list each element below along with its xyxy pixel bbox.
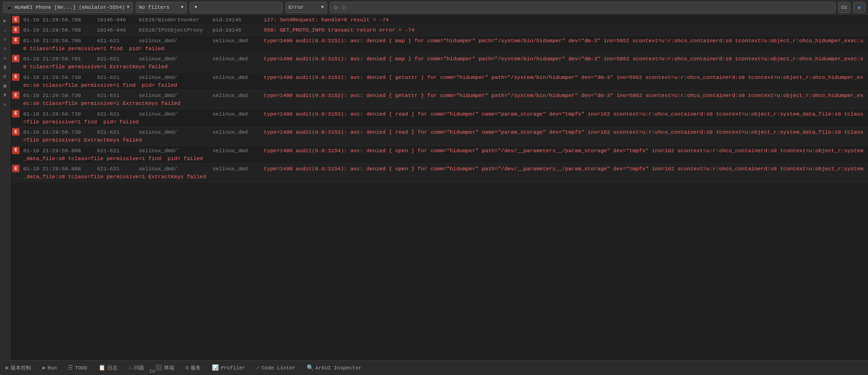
log-level-badge: E	[12, 128, 20, 136]
cc-label: Cc	[841, 5, 847, 10]
sidebar-icon-6[interactable]: ⚙	[1, 72, 9, 81]
log-line: 01-19 21:29:58.739 621-621 selinux_dmd/ …	[21, 72, 868, 91]
log-line: 01-19 21:29:58.708 16146-946 01510/IPCOb…	[21, 25, 868, 35]
log-meta: 01-19 21:29:58.739 621-621 selinux_dmd/ …	[23, 92, 264, 98]
log-line: 01-19 21:29:58.808 621-621 selinux_dmd/ …	[21, 164, 868, 182]
arkui-inspector-label: ArkUI Inspector	[316, 365, 362, 371]
version-control-label: 版本控制	[11, 364, 31, 371]
phone-icon: 📱	[6, 4, 13, 10]
log-meta: 01-19 21:29:58.808 621-621 selinux_dmd/ …	[23, 166, 264, 172]
empty-filter-chevron: ▼	[195, 5, 197, 10]
code-linter-icon: ✓	[256, 364, 260, 371]
run-icon: ▶	[42, 364, 46, 371]
log-meta: 01-19 21:29:58.708 16146-946 01510/Binde…	[23, 17, 264, 23]
log-meta: 01-19 21:29:58.701 621-621 selinux_dmd/ …	[23, 56, 264, 62]
device-dropdown-chevron: ▼	[127, 5, 130, 10]
log-level-badge: E	[12, 91, 20, 99]
todo-label: TODO	[75, 365, 87, 371]
code-linter-label: Code Linter	[262, 365, 296, 371]
level-selector[interactable]: Error ▼	[285, 2, 327, 13]
status-log[interactable]: 📋 日志	[97, 363, 119, 372]
filter-selector[interactable]: No filters ▼	[136, 2, 187, 13]
log-line: 01-19 21:29:58.739 621-621 selinux_dmd/ …	[21, 91, 868, 109]
device-name: HUAWEI Phone [Ne...] (emulator-5554)	[14, 5, 125, 10]
left-sidebar: ▶ ⚠ ⬇ ⬆ ↻ 🗑 ⚙ ▣ ▼ ✕	[0, 15, 10, 360]
sidebar-icon-2[interactable]: ⬇	[1, 35, 9, 44]
log-line: 01-19 21:29:58.739 621-621 selinux_dmd/ …	[21, 127, 868, 145]
sidebar-icon-4[interactable]: ↻	[1, 54, 9, 62]
log-meta: 01-19 21:29:58.808 621-621 selinux_dmd/ …	[23, 148, 264, 154]
issues-icon: ⚠	[129, 364, 132, 371]
profiler-icon: 📊	[212, 364, 219, 371]
log-container[interactable]: E01-19 21:29:58.708 16146-946 01510/Bind…	[10, 15, 868, 360]
ie-label: Ie	[149, 369, 155, 374]
status-todo[interactable]: ☰ TODO	[66, 363, 89, 372]
profiler-label: Profiler	[221, 365, 245, 371]
empty-filter-selector[interactable]: ▼	[190, 2, 283, 13]
filter-chevron: ▼	[181, 5, 183, 10]
log-meta: 01-19 21:29:58.700 621-621 selinux_dmd/ …	[23, 38, 264, 44]
sidebar-icon-3[interactable]: ⬆	[1, 45, 9, 53]
status-services[interactable]: ⚙ 服务	[184, 363, 203, 372]
sidebar-icon-8[interactable]: ▼	[1, 91, 9, 99]
status-arkui-inspector[interactable]: 🔍 ArkUI Inspector	[305, 363, 363, 372]
log-label: 日志	[107, 364, 118, 371]
services-icon: ⚙	[185, 364, 189, 371]
filter-label: No filters	[139, 5, 179, 10]
status-issues[interactable]: ⚠ 问题	[127, 363, 146, 372]
table-row: E01-19 21:29:58.708 16146-946 01510/IPCO…	[10, 25, 868, 35]
log-level-badge: E	[12, 16, 20, 23]
star-button[interactable]: ★	[853, 2, 865, 13]
log-level-badge: E	[12, 110, 20, 117]
log-line: 01-19 21:29:58.739 621-621 selinux_dmd/ …	[21, 109, 868, 127]
table-row: E01-19 21:29:58.808 621-621 selinux_dmd/…	[10, 164, 868, 182]
version-control-icon: ▶	[6, 364, 9, 371]
log-level-badge: E	[12, 37, 20, 44]
log-line: 01-19 21:29:58.808 621-621 selinux_dmd/ …	[21, 146, 868, 164]
log-level-badge: E	[12, 165, 20, 172]
log-line: 01-19 21:29:58.701 621-621 selinux_dmd/ …	[21, 54, 868, 72]
sidebar-icon-7[interactable]: ▣	[1, 82, 9, 90]
log-level-badge: E	[12, 26, 20, 33]
log-message: 127: SendRequest: handle=0 result = -74	[264, 17, 389, 23]
toolbar: 📱 HUAWEI Phone [Ne...] (emulator-5554) ▼…	[0, 0, 868, 15]
cc-button[interactable]: Cc	[838, 2, 850, 13]
arkui-inspector-icon: 🔍	[307, 364, 314, 371]
issues-label: 问题	[134, 364, 144, 371]
sidebar-icon-9[interactable]: ✕	[1, 100, 9, 109]
log-line: 01-19 21:29:58.708 16146-946 01510/Binde…	[21, 15, 868, 25]
device-selector[interactable]: 📱 HUAWEI Phone [Ne...] (emulator-5554) ▼	[3, 2, 133, 13]
table-row: E01-19 21:29:58.708 16146-946 01510/Bind…	[10, 15, 868, 25]
status-terminal[interactable]: ⬛ 终端	[153, 363, 176, 372]
log-level-badge: E	[12, 147, 20, 154]
status-run[interactable]: ▶ Run	[40, 363, 59, 372]
sidebar-icon-5[interactable]: 🗑	[1, 63, 9, 71]
log-meta: 01-19 21:29:58.739 621-621 selinux_dmd/ …	[23, 74, 264, 80]
status-bar: ▶ 版本控制 ▶ Run ☰ TODO 📋 日志 ⚠ 问题 ⬛ 终端 ⚙ 服务 …	[0, 360, 868, 375]
table-row: E01-19 21:29:58.739 621-621 selinux_dmd/…	[10, 127, 868, 146]
log-meta: 01-19 21:29:58.739 621-621 selinux_dmd/ …	[23, 129, 264, 135]
log-meta: 01-19 21:29:58.708 16146-946 01510/IPCOb…	[23, 27, 264, 33]
sidebar-icon-0[interactable]: ▶	[1, 17, 9, 25]
log-level-badge: E	[12, 55, 20, 62]
log-level-badge: E	[12, 73, 20, 81]
terminal-icon: ⬛	[155, 364, 162, 371]
sidebar-icon-1[interactable]: ⚠	[1, 26, 9, 34]
search-icon: Q-	[334, 5, 340, 10]
search-box[interactable]: Q-	[330, 2, 835, 13]
level-label: Error	[289, 5, 320, 10]
terminal-label: 终端	[164, 364, 174, 371]
table-row: E01-19 21:29:58.808 621-621 selinux_dmd/…	[10, 146, 868, 164]
run-label: Run	[47, 365, 57, 371]
status-code-linter[interactable]: ✓ Code Linter	[255, 363, 297, 372]
star-icon: ★	[857, 3, 861, 11]
search-input[interactable]	[342, 5, 831, 10]
todo-icon: ☰	[68, 364, 73, 371]
table-row: E01-19 21:29:58.701 621-621 selinux_dmd/…	[10, 54, 868, 72]
services-label: 服务	[191, 364, 201, 371]
status-version-control[interactable]: ▶ 版本控制	[4, 363, 33, 372]
status-profiler[interactable]: 📊 Profiler	[210, 363, 247, 372]
level-chevron: ▼	[321, 5, 323, 10]
table-row: E01-19 21:29:58.739 621-621 selinux_dmd/…	[10, 91, 868, 109]
log-meta: 01-19 21:29:58.739 621-621 selinux_dmd/ …	[23, 111, 264, 117]
